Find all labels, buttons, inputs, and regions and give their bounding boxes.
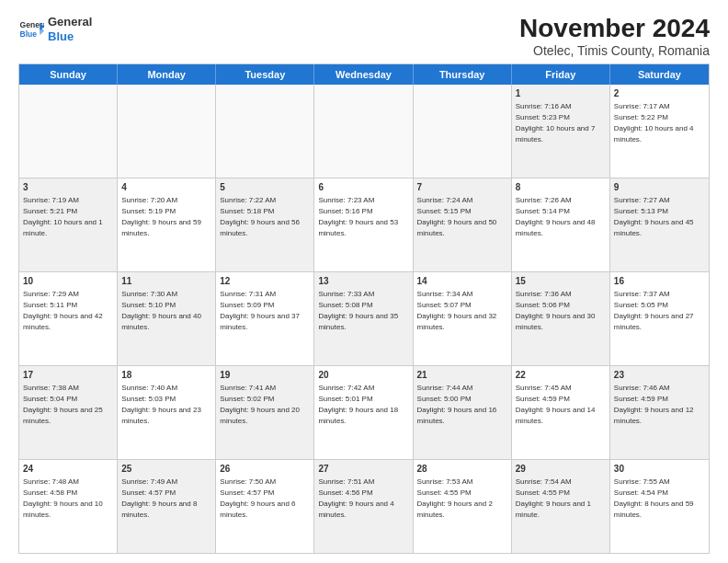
calendar-cell-14: 14Sunrise: 7:34 AM Sunset: 5:07 PM Dayli… xyxy=(414,272,512,365)
calendar-cell-29: 29Sunrise: 7:54 AM Sunset: 4:55 PM Dayli… xyxy=(512,460,610,553)
title-block: November 2024 Otelec, Timis County, Roma… xyxy=(519,15,710,58)
day-number: 22 xyxy=(516,369,606,382)
day-number: 28 xyxy=(417,463,507,476)
calendar-header-tuesday: Tuesday xyxy=(216,64,314,85)
calendar-week-4: 17Sunrise: 7:38 AM Sunset: 5:04 PM Dayli… xyxy=(19,365,709,459)
day-number: 18 xyxy=(121,369,211,382)
calendar-cell-15: 15Sunrise: 7:36 AM Sunset: 5:06 PM Dayli… xyxy=(512,272,610,365)
cell-daylight-info: Sunrise: 7:34 AM Sunset: 5:07 PM Dayligh… xyxy=(417,290,497,330)
logo-text: General Blue xyxy=(48,15,92,43)
calendar-cell-1: 1Sunrise: 7:16 AM Sunset: 5:23 PM Daylig… xyxy=(512,85,610,178)
calendar-week-2: 3Sunrise: 7:19 AM Sunset: 5:21 PM Daylig… xyxy=(19,178,709,271)
calendar-header-saturday: Saturday xyxy=(610,64,709,85)
day-number: 21 xyxy=(417,369,507,382)
cell-daylight-info: Sunrise: 7:46 AM Sunset: 4:59 PM Dayligh… xyxy=(614,384,694,424)
cell-daylight-info: Sunrise: 7:45 AM Sunset: 4:59 PM Dayligh… xyxy=(516,384,596,424)
calendar-cell-19: 19Sunrise: 7:41 AM Sunset: 5:02 PM Dayli… xyxy=(216,366,314,459)
cell-daylight-info: Sunrise: 7:37 AM Sunset: 5:05 PM Dayligh… xyxy=(614,290,694,330)
day-number: 1 xyxy=(516,87,606,100)
day-number: 23 xyxy=(614,369,705,382)
cell-daylight-info: Sunrise: 7:55 AM Sunset: 4:54 PM Dayligh… xyxy=(614,477,694,518)
calendar-cell-9: 9Sunrise: 7:27 AM Sunset: 5:13 PM Daylig… xyxy=(610,178,709,271)
cell-daylight-info: Sunrise: 7:17 AM Sunset: 5:22 PM Dayligh… xyxy=(614,102,694,143)
calendar-cell-11: 11Sunrise: 7:30 AM Sunset: 5:10 PM Dayli… xyxy=(118,272,216,365)
cell-daylight-info: Sunrise: 7:51 AM Sunset: 4:56 PM Dayligh… xyxy=(318,477,393,518)
svg-text:Blue: Blue xyxy=(20,29,38,38)
cell-daylight-info: Sunrise: 7:38 AM Sunset: 5:04 PM Dayligh… xyxy=(23,384,103,424)
month-title: November 2024 xyxy=(519,15,710,43)
calendar-cell-17: 17Sunrise: 7:38 AM Sunset: 5:04 PM Dayli… xyxy=(19,366,118,459)
cell-daylight-info: Sunrise: 7:26 AM Sunset: 5:14 PM Dayligh… xyxy=(516,196,596,236)
day-number: 11 xyxy=(121,275,211,288)
calendar-cell-30: 30Sunrise: 7:55 AM Sunset: 4:54 PM Dayli… xyxy=(610,460,709,553)
cell-daylight-info: Sunrise: 7:30 AM Sunset: 5:10 PM Dayligh… xyxy=(121,290,201,330)
calendar-cell-18: 18Sunrise: 7:40 AM Sunset: 5:03 PM Dayli… xyxy=(118,366,216,459)
calendar-cell-24: 24Sunrise: 7:48 AM Sunset: 4:58 PM Dayli… xyxy=(19,460,118,553)
day-number: 29 xyxy=(516,463,606,476)
cell-daylight-info: Sunrise: 7:40 AM Sunset: 5:03 PM Dayligh… xyxy=(121,384,201,424)
cell-daylight-info: Sunrise: 7:29 AM Sunset: 5:11 PM Dayligh… xyxy=(23,290,103,330)
day-number: 8 xyxy=(516,181,606,194)
cell-daylight-info: Sunrise: 7:16 AM Sunset: 5:23 PM Dayligh… xyxy=(516,102,596,143)
calendar-week-3: 10Sunrise: 7:29 AM Sunset: 5:11 PM Dayli… xyxy=(19,271,709,365)
cell-daylight-info: Sunrise: 7:44 AM Sunset: 5:00 PM Dayligh… xyxy=(417,384,497,424)
calendar-cell-28: 28Sunrise: 7:53 AM Sunset: 4:55 PM Dayli… xyxy=(414,460,512,553)
day-number: 9 xyxy=(614,181,705,194)
day-number: 4 xyxy=(121,181,211,194)
calendar: SundayMondayTuesdayWednesdayThursdayFrid… xyxy=(18,63,710,554)
cell-daylight-info: Sunrise: 7:24 AM Sunset: 5:15 PM Dayligh… xyxy=(417,196,497,236)
cell-daylight-info: Sunrise: 7:23 AM Sunset: 5:16 PM Dayligh… xyxy=(318,196,398,236)
cell-daylight-info: Sunrise: 7:20 AM Sunset: 5:19 PM Dayligh… xyxy=(121,196,201,236)
calendar-cell-empty-4 xyxy=(414,85,512,178)
calendar-cell-empty-2 xyxy=(216,85,314,178)
day-number: 5 xyxy=(220,181,310,194)
calendar-header-wednesday: Wednesday xyxy=(314,64,413,85)
calendar-cell-empty-0 xyxy=(19,85,118,178)
day-number: 2 xyxy=(614,87,705,100)
day-number: 20 xyxy=(318,369,408,382)
day-number: 30 xyxy=(614,463,705,476)
cell-daylight-info: Sunrise: 7:41 AM Sunset: 5:02 PM Dayligh… xyxy=(220,384,300,424)
day-number: 14 xyxy=(417,275,507,288)
calendar-cell-22: 22Sunrise: 7:45 AM Sunset: 4:59 PM Dayli… xyxy=(512,366,610,459)
calendar-cell-2: 2Sunrise: 7:17 AM Sunset: 5:22 PM Daylig… xyxy=(610,85,709,178)
calendar-cell-13: 13Sunrise: 7:33 AM Sunset: 5:08 PM Dayli… xyxy=(314,272,413,365)
calendar-cell-7: 7Sunrise: 7:24 AM Sunset: 5:15 PM Daylig… xyxy=(414,178,512,271)
cell-daylight-info: Sunrise: 7:22 AM Sunset: 5:18 PM Dayligh… xyxy=(220,196,300,236)
day-number: 3 xyxy=(23,181,113,194)
page: General Blue General Blue November 2024 … xyxy=(0,0,728,563)
cell-daylight-info: Sunrise: 7:33 AM Sunset: 5:08 PM Dayligh… xyxy=(318,290,398,330)
calendar-cell-26: 26Sunrise: 7:50 AM Sunset: 4:57 PM Dayli… xyxy=(216,460,314,553)
calendar-week-5: 24Sunrise: 7:48 AM Sunset: 4:58 PM Dayli… xyxy=(19,459,709,553)
calendar-header-monday: Monday xyxy=(118,64,216,85)
header: General Blue General Blue November 2024 … xyxy=(18,15,710,58)
cell-daylight-info: Sunrise: 7:49 AM Sunset: 4:57 PM Dayligh… xyxy=(121,477,197,518)
calendar-cell-12: 12Sunrise: 7:31 AM Sunset: 5:09 PM Dayli… xyxy=(216,272,314,365)
calendar-cell-5: 5Sunrise: 7:22 AM Sunset: 5:18 PM Daylig… xyxy=(216,178,314,271)
calendar-week-1: 1Sunrise: 7:16 AM Sunset: 5:23 PM Daylig… xyxy=(19,85,709,178)
subtitle: Otelec, Timis County, Romania xyxy=(519,43,710,58)
calendar-header: SundayMondayTuesdayWednesdayThursdayFrid… xyxy=(19,64,709,85)
day-number: 7 xyxy=(417,181,507,194)
calendar-cell-empty-3 xyxy=(314,85,413,178)
logo-general: General xyxy=(48,15,92,29)
cell-daylight-info: Sunrise: 7:19 AM Sunset: 5:21 PM Dayligh… xyxy=(23,196,103,236)
calendar-cell-25: 25Sunrise: 7:49 AM Sunset: 4:57 PM Dayli… xyxy=(118,460,216,553)
day-number: 6 xyxy=(318,181,408,194)
cell-daylight-info: Sunrise: 7:50 AM Sunset: 4:57 PM Dayligh… xyxy=(220,477,295,518)
calendar-cell-23: 23Sunrise: 7:46 AM Sunset: 4:59 PM Dayli… xyxy=(610,366,709,459)
logo: General Blue General Blue xyxy=(18,15,92,43)
calendar-cell-6: 6Sunrise: 7:23 AM Sunset: 5:16 PM Daylig… xyxy=(314,178,413,271)
calendar-header-sunday: Sunday xyxy=(19,64,118,85)
cell-daylight-info: Sunrise: 7:36 AM Sunset: 5:06 PM Dayligh… xyxy=(516,290,596,330)
cell-daylight-info: Sunrise: 7:42 AM Sunset: 5:01 PM Dayligh… xyxy=(318,384,398,424)
cell-daylight-info: Sunrise: 7:31 AM Sunset: 5:09 PM Dayligh… xyxy=(220,290,300,330)
calendar-cell-10: 10Sunrise: 7:29 AM Sunset: 5:11 PM Dayli… xyxy=(19,272,118,365)
calendar-cell-21: 21Sunrise: 7:44 AM Sunset: 5:00 PM Dayli… xyxy=(414,366,512,459)
day-number: 15 xyxy=(516,275,606,288)
day-number: 24 xyxy=(23,463,113,476)
calendar-header-friday: Friday xyxy=(512,64,610,85)
calendar-cell-3: 3Sunrise: 7:19 AM Sunset: 5:21 PM Daylig… xyxy=(19,178,118,271)
calendar-header-thursday: Thursday xyxy=(414,64,512,85)
day-number: 16 xyxy=(614,275,705,288)
